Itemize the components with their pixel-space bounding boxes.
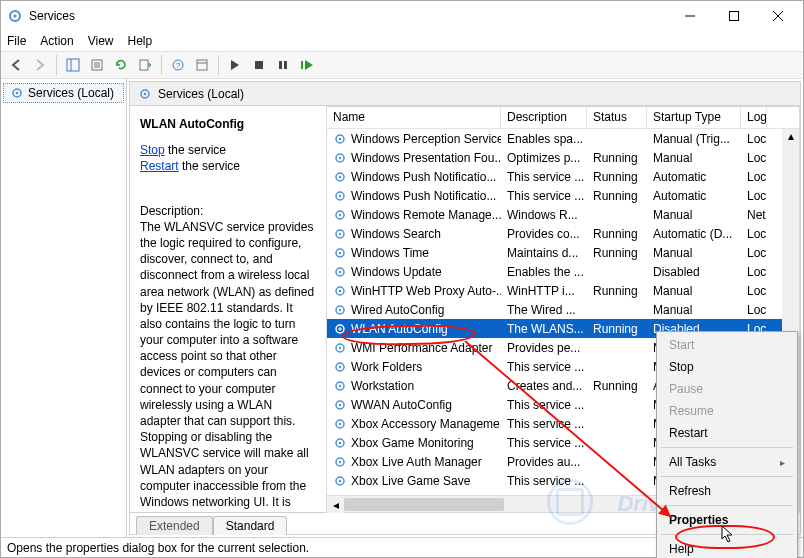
cell-status: Running (587, 284, 647, 298)
ctx-refresh[interactable]: Refresh (657, 480, 797, 502)
cell-startup: Manual (647, 303, 741, 317)
svg-point-56 (339, 422, 341, 424)
detail-pane: WLAN AutoConfig Stop the service Restart… (130, 106, 326, 513)
help-button[interactable]: ? (167, 54, 189, 76)
table-row[interactable]: Windows Push Notificatio...This service … (327, 186, 799, 205)
table-row[interactable]: Windows Remote Manage...Windows R...Manu… (327, 205, 799, 224)
app-icon (7, 8, 23, 24)
table-row[interactable]: WinHTTP Web Proxy Auto-...WinHTTP i...Ru… (327, 281, 799, 300)
col-logon[interactable]: Log (741, 107, 767, 128)
svg-point-32 (339, 194, 341, 196)
col-startup-type[interactable]: Startup Type (647, 107, 741, 128)
export-button[interactable] (134, 54, 156, 76)
cell-name: WinHTTP Web Proxy Auto-... (351, 284, 501, 298)
restart-link[interactable]: Restart (140, 159, 179, 173)
cell-logon: Loc (741, 189, 767, 203)
list-header: Name Description Status Startup Type Log (327, 107, 799, 129)
ctx-pause[interactable]: Pause (657, 378, 797, 400)
table-row[interactable]: Windows TimeMaintains d...RunningManualL… (327, 243, 799, 262)
cell-name: Windows Update (351, 265, 442, 279)
cell-startup: Manual (647, 246, 741, 260)
table-row[interactable]: Windows Perception ServiceEnables spa...… (327, 129, 799, 148)
ctx-help[interactable]: Help (657, 538, 797, 558)
cell-logon: Loc (741, 303, 767, 317)
table-row[interactable]: Windows Presentation Fou...Optimizes p..… (327, 148, 799, 167)
separator (661, 476, 793, 477)
tab-extended[interactable]: Extended (136, 516, 213, 535)
cell-description: This service ... (501, 417, 587, 431)
cell-startup: Manual (647, 151, 741, 165)
table-row[interactable]: Windows Push Notificatio...This service … (327, 167, 799, 186)
ctx-resume[interactable]: Resume (657, 400, 797, 422)
ctx-all-tasks[interactable]: All Tasks (657, 451, 797, 473)
svg-point-22 (16, 92, 18, 94)
cell-startup: Manual (647, 284, 741, 298)
restart-service-button[interactable] (296, 54, 318, 76)
back-button[interactable] (5, 54, 27, 76)
stop-suffix: the service (165, 143, 226, 157)
right-pane: Services (Local) WLAN AutoConfig Stop th… (129, 81, 801, 535)
ctx-restart[interactable]: Restart (657, 422, 797, 444)
pane-header-label: Services (Local) (158, 87, 244, 101)
svg-point-46 (339, 327, 341, 329)
ctx-start[interactable]: Start (657, 334, 797, 356)
cell-description: This service ... (501, 474, 587, 488)
cell-logon: Loc (741, 170, 767, 184)
maximize-button[interactable] (721, 6, 747, 26)
scroll-up-icon[interactable]: ▴ (788, 129, 794, 143)
cell-name: Work Folders (351, 360, 422, 374)
scroll-left-icon[interactable]: ◂ (327, 496, 344, 513)
col-status[interactable]: Status (587, 107, 647, 128)
table-row[interactable]: Windows UpdateEnables the ...DisabledLoc (327, 262, 799, 281)
restart-suffix: the service (179, 159, 240, 173)
minimize-button[interactable] (677, 6, 703, 26)
menu-help[interactable]: Help (128, 34, 153, 48)
pane-header: Services (Local) (130, 82, 800, 106)
refresh-button[interactable] (110, 54, 132, 76)
gear-icon (333, 417, 347, 431)
ctx-properties[interactable]: Properties (657, 509, 797, 531)
ctx-stop[interactable]: Stop (657, 356, 797, 378)
tab-standard[interactable]: Standard (213, 516, 288, 535)
scroll-thumb[interactable] (344, 498, 504, 511)
svg-point-50 (339, 365, 341, 367)
svg-point-42 (339, 289, 341, 291)
cell-name: WWAN AutoConfig (351, 398, 452, 412)
properties-button[interactable] (191, 54, 213, 76)
menu-action[interactable]: Action (40, 34, 73, 48)
cell-logon: Net (741, 208, 767, 222)
col-name[interactable]: Name (327, 107, 501, 128)
cell-name: Xbox Accessory Manageme... (351, 417, 501, 431)
separator (661, 505, 793, 506)
stop-service-button[interactable] (248, 54, 270, 76)
gear-icon (333, 360, 347, 374)
cell-status: Running (587, 246, 647, 260)
table-row[interactable]: Wired AutoConfigThe Wired ...ManualLoc (327, 300, 799, 319)
cell-name: Windows Push Notificatio... (351, 170, 496, 184)
start-service-button[interactable] (224, 54, 246, 76)
export-list-button[interactable] (86, 54, 108, 76)
cell-startup: Disabled (647, 265, 741, 279)
menu-view[interactable]: View (88, 34, 114, 48)
svg-point-38 (339, 251, 341, 253)
svg-point-60 (339, 460, 341, 462)
separator (661, 447, 793, 448)
cell-startup: Automatic (D... (647, 227, 741, 241)
svg-rect-12 (140, 60, 148, 70)
toolbar: ? (1, 51, 803, 79)
show-hide-tree-button[interactable] (62, 54, 84, 76)
tree-item-services-local[interactable]: Services (Local) (3, 83, 124, 103)
cell-name: Windows Search (351, 227, 441, 241)
table-row[interactable]: Windows SearchProvides co...RunningAutom… (327, 224, 799, 243)
gear-icon (333, 170, 347, 184)
svg-rect-19 (284, 61, 287, 69)
menu-file[interactable]: File (7, 34, 26, 48)
cell-description: The Wired ... (501, 303, 587, 317)
pause-service-button[interactable] (272, 54, 294, 76)
stop-link[interactable]: Stop (140, 143, 165, 157)
cell-logon: Loc (741, 132, 767, 146)
gear-icon (333, 151, 347, 165)
col-description[interactable]: Description (501, 107, 587, 128)
forward-button[interactable] (29, 54, 51, 76)
close-button[interactable] (765, 6, 791, 26)
